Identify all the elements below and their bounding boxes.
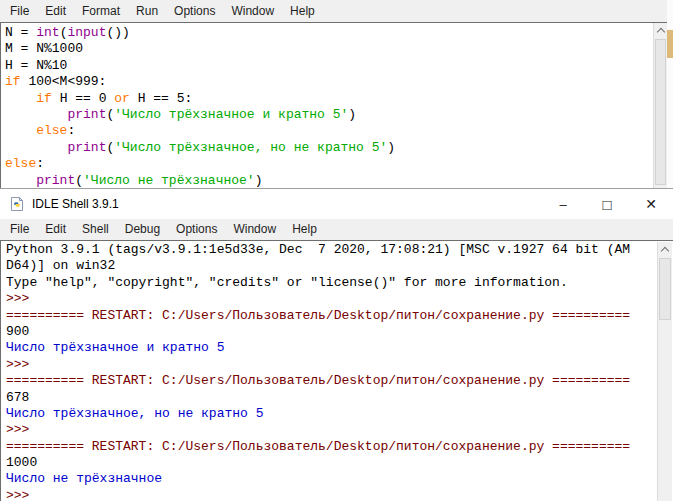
shell-menu-debug[interactable]: Debug — [117, 219, 168, 240]
shell-line: ========== RESTART: C:/Users/Пользовател… — [6, 373, 656, 389]
code-line: H = N%10 — [5, 58, 653, 74]
editor-menubar: File Edit Format Run Options Window Help — [0, 0, 667, 22]
shell-window-title: IDLE Shell 3.9.1 — [32, 197, 119, 211]
shell-line: >>> — [6, 291, 656, 307]
shell-line: Type "help", "copyright", "credits" or "… — [6, 275, 656, 291]
shell-menu-shell[interactable]: Shell — [74, 219, 117, 240]
shell-line: >>> — [6, 357, 656, 373]
shell-scrollbar-thumb[interactable] — [659, 258, 671, 320]
editor-scrollbar-thumb[interactable] — [655, 39, 666, 185]
code-line: else: — [5, 156, 653, 172]
shell-window: IDLE Shell 3.9.1 – □ ✕ File Edit Shell D… — [0, 188, 673, 501]
shell-line: >>> — [6, 488, 656, 501]
shell-line: 900 — [6, 324, 656, 340]
shell-line: Python 3.9.1 (tags/v3.9.1:1e5d33e, Dec 7… — [6, 242, 656, 258]
shell-menu-edit[interactable]: Edit — [37, 219, 74, 240]
desktop-background-sliver — [667, 0, 673, 188]
shell-line: D64)] on win32 — [6, 258, 656, 274]
shell-line: 678 — [6, 390, 656, 406]
code-line: print('Число не трёхзначное') — [5, 173, 653, 188]
editor-menu-window[interactable]: Window — [223, 0, 282, 22]
shell-output: Python 3.9.1 (tags/v3.9.1:1e5d33e, Dec 7… — [1, 241, 656, 501]
shell-scrollbar[interactable] — [657, 242, 672, 501]
maximize-button[interactable]: □ — [585, 189, 629, 219]
shell-menu-file[interactable]: File — [2, 219, 37, 240]
editor-menu-file[interactable]: File — [2, 0, 37, 22]
shell-menubar: File Edit Shell Debug Options Window Hel… — [0, 219, 673, 240]
shell-menu-help[interactable]: Help — [284, 219, 325, 240]
idle-app-icon — [9, 196, 25, 212]
desktop-tan-strip — [667, 30, 673, 58]
chevron-up-icon — [661, 247, 669, 255]
code-line: M = N%1000 — [5, 41, 653, 57]
editor-menu-help[interactable]: Help — [282, 0, 323, 22]
code-line: print('Число трёхзначное и кратно 5') — [5, 107, 653, 123]
shell-line: Число трёхзначное и кратно 5 — [6, 340, 656, 356]
code-line: if H == 0 or H == 5: — [5, 91, 653, 107]
minimize-button[interactable]: – — [541, 189, 585, 219]
code-line: print('Число трёхзначное, но не кратно 5… — [5, 140, 653, 156]
shell-line: >>> — [6, 422, 656, 438]
editor-text-area[interactable]: N = int(input())M = N%1000H = N%10if 100… — [0, 22, 667, 188]
screen: File Edit Format Run Options Window Help… — [0, 0, 673, 501]
shell-titlebar[interactable]: IDLE Shell 3.9.1 – □ ✕ — [0, 189, 673, 219]
editor-window: File Edit Format Run Options Window Help… — [0, 0, 667, 188]
shell-line: 1000 — [6, 455, 656, 471]
chevron-up-icon — [656, 28, 664, 36]
editor-menu-edit[interactable]: Edit — [37, 0, 74, 22]
shell-line: ========== RESTART: C:/Users/Пользовател… — [6, 439, 656, 455]
shell-line: Число трёхзначное, но не кратно 5 — [6, 406, 656, 422]
shell-text-area[interactable]: Python 3.9.1 (tags/v3.9.1:1e5d33e, Dec 7… — [0, 240, 673, 501]
close-button[interactable]: ✕ — [629, 189, 673, 219]
code-line: N = int(input()) — [5, 25, 653, 41]
editor-menu-run[interactable]: Run — [128, 0, 166, 22]
code-line: if 100<M<999: — [5, 74, 653, 90]
editor-menu-options[interactable]: Options — [166, 0, 223, 22]
editor-code: N = int(input())M = N%1000H = N%10if 100… — [1, 23, 653, 188]
editor-scrollbar[interactable] — [653, 23, 667, 188]
code-line: else: — [5, 123, 653, 139]
shell-line: Число не трёхзначное — [6, 471, 656, 487]
shell-menu-window[interactable]: Window — [225, 219, 284, 240]
editor-menu-format[interactable]: Format — [74, 0, 128, 22]
shell-line: ========== RESTART: C:/Users/Пользовател… — [6, 308, 656, 324]
shell-menu-options[interactable]: Options — [168, 219, 225, 240]
